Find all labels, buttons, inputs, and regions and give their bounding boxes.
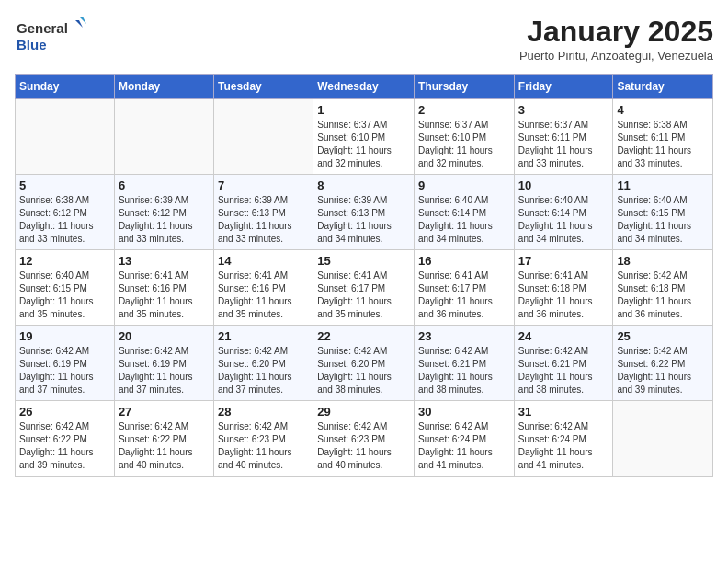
day-number: 29 — [317, 405, 410, 419]
calendar-cell: 7Sunrise: 6:39 AM Sunset: 6:13 PM Daylig… — [213, 175, 313, 250]
header-friday: Friday — [514, 75, 613, 99]
calendar-cell: 13Sunrise: 6:41 AM Sunset: 6:16 PM Dayli… — [114, 250, 213, 326]
calendar-cell — [613, 401, 713, 477]
day-number: 18 — [617, 254, 709, 268]
week-row-2: 5Sunrise: 6:38 AM Sunset: 6:12 PM Daylig… — [16, 175, 713, 250]
calendar-cell: 30Sunrise: 6:42 AM Sunset: 6:24 PM Dayli… — [415, 401, 515, 477]
calendar-cell: 15Sunrise: 6:41 AM Sunset: 6:17 PM Dayli… — [313, 250, 415, 326]
calendar-cell: 5Sunrise: 6:38 AM Sunset: 6:12 PM Daylig… — [16, 175, 115, 250]
day-number: 24 — [518, 329, 609, 343]
header-thursday: Thursday — [415, 75, 515, 99]
calendar-cell: 16Sunrise: 6:41 AM Sunset: 6:17 PM Dayli… — [415, 250, 515, 326]
day-info: Sunrise: 6:42 AM Sunset: 6:19 PM Dayligh… — [119, 345, 210, 396]
day-info: Sunrise: 6:41 AM Sunset: 6:16 PM Dayligh… — [218, 270, 309, 321]
header-sunday: Sunday — [16, 75, 115, 99]
day-number: 31 — [518, 405, 609, 419]
calendar-cell — [16, 99, 115, 175]
logo: General Blue — [15, 15, 88, 55]
day-number: 25 — [617, 329, 709, 343]
calendar-cell: 2Sunrise: 6:37 AM Sunset: 6:10 PM Daylig… — [415, 99, 515, 175]
header-tuesday: Tuesday — [213, 75, 313, 99]
day-number: 23 — [418, 329, 510, 343]
calendar-cell: 3Sunrise: 6:37 AM Sunset: 6:11 PM Daylig… — [514, 99, 613, 175]
calendar-cell: 9Sunrise: 6:40 AM Sunset: 6:14 PM Daylig… — [415, 175, 515, 250]
day-number: 27 — [119, 405, 210, 419]
svg-marker-2 — [75, 20, 83, 28]
calendar-header-row: SundayMondayTuesdayWednesdayThursdayFrid… — [16, 75, 713, 99]
day-info: Sunrise: 6:37 AM Sunset: 6:10 PM Dayligh… — [418, 119, 510, 170]
day-number: 15 — [317, 254, 410, 268]
header-saturday: Saturday — [613, 75, 713, 99]
day-info: Sunrise: 6:42 AM Sunset: 6:21 PM Dayligh… — [418, 345, 510, 396]
day-info: Sunrise: 6:42 AM Sunset: 6:18 PM Dayligh… — [617, 270, 709, 321]
day-info: Sunrise: 6:39 AM Sunset: 6:13 PM Dayligh… — [218, 194, 309, 246]
week-row-1: 1Sunrise: 6:37 AM Sunset: 6:10 PM Daylig… — [16, 99, 713, 175]
calendar-cell: 23Sunrise: 6:42 AM Sunset: 6:21 PM Dayli… — [415, 326, 515, 401]
calendar-cell: 1Sunrise: 6:37 AM Sunset: 6:10 PM Daylig… — [313, 99, 415, 175]
day-info: Sunrise: 6:42 AM Sunset: 6:20 PM Dayligh… — [317, 345, 410, 396]
day-number: 6 — [119, 178, 210, 192]
day-number: 13 — [119, 254, 210, 268]
calendar-cell: 12Sunrise: 6:40 AM Sunset: 6:15 PM Dayli… — [16, 250, 115, 326]
day-info: Sunrise: 6:42 AM Sunset: 6:22 PM Dayligh… — [119, 420, 210, 472]
day-info: Sunrise: 6:39 AM Sunset: 6:13 PM Dayligh… — [317, 194, 410, 246]
day-number: 26 — [19, 405, 110, 419]
day-number: 17 — [518, 254, 609, 268]
day-info: Sunrise: 6:41 AM Sunset: 6:18 PM Dayligh… — [518, 270, 609, 321]
day-info: Sunrise: 6:38 AM Sunset: 6:11 PM Dayligh… — [617, 119, 709, 170]
calendar-cell: 19Sunrise: 6:42 AM Sunset: 6:19 PM Dayli… — [16, 326, 115, 401]
day-info: Sunrise: 6:42 AM Sunset: 6:21 PM Dayligh… — [518, 345, 609, 396]
day-info: Sunrise: 6:37 AM Sunset: 6:10 PM Dayligh… — [317, 119, 410, 170]
svg-text:General: General — [17, 20, 68, 36]
title-area: January 2025 Puerto Piritu, Anzoategui, … — [519, 15, 713, 63]
calendar-cell: 6Sunrise: 6:39 AM Sunset: 6:12 PM Daylig… — [114, 175, 213, 250]
week-row-3: 12Sunrise: 6:40 AM Sunset: 6:15 PM Dayli… — [16, 250, 713, 326]
day-info: Sunrise: 6:42 AM Sunset: 6:22 PM Dayligh… — [19, 420, 110, 472]
day-info: Sunrise: 6:40 AM Sunset: 6:14 PM Dayligh… — [418, 194, 510, 246]
day-number: 16 — [418, 254, 510, 268]
day-info: Sunrise: 6:38 AM Sunset: 6:12 PM Dayligh… — [19, 194, 110, 246]
day-info: Sunrise: 6:37 AM Sunset: 6:11 PM Dayligh… — [518, 119, 609, 170]
day-number: 7 — [218, 178, 309, 192]
day-info: Sunrise: 6:42 AM Sunset: 6:20 PM Dayligh… — [218, 345, 309, 396]
day-number: 21 — [218, 329, 309, 343]
month-title: January 2025 — [519, 15, 713, 49]
day-number: 10 — [518, 178, 609, 192]
svg-text:Blue: Blue — [17, 37, 47, 52]
calendar-cell: 8Sunrise: 6:39 AM Sunset: 6:13 PM Daylig… — [313, 175, 415, 250]
day-info: Sunrise: 6:42 AM Sunset: 6:23 PM Dayligh… — [218, 420, 309, 472]
day-info: Sunrise: 6:41 AM Sunset: 6:17 PM Dayligh… — [418, 270, 510, 321]
day-number: 3 — [518, 103, 609, 117]
day-info: Sunrise: 6:41 AM Sunset: 6:17 PM Dayligh… — [317, 270, 410, 321]
day-number: 9 — [418, 178, 510, 192]
calendar-cell: 20Sunrise: 6:42 AM Sunset: 6:19 PM Dayli… — [114, 326, 213, 401]
calendar-cell: 28Sunrise: 6:42 AM Sunset: 6:23 PM Dayli… — [213, 401, 313, 477]
day-number: 30 — [418, 405, 510, 419]
day-number: 20 — [119, 329, 210, 343]
calendar-cell: 10Sunrise: 6:40 AM Sunset: 6:14 PM Dayli… — [514, 175, 613, 250]
day-number: 19 — [19, 329, 110, 343]
location-subtitle: Puerto Piritu, Anzoategui, Venezuela — [519, 49, 713, 63]
day-info: Sunrise: 6:42 AM Sunset: 6:19 PM Dayligh… — [19, 345, 110, 396]
calendar-cell: 14Sunrise: 6:41 AM Sunset: 6:16 PM Dayli… — [213, 250, 313, 326]
day-info: Sunrise: 6:40 AM Sunset: 6:15 PM Dayligh… — [19, 270, 110, 321]
week-row-4: 19Sunrise: 6:42 AM Sunset: 6:19 PM Dayli… — [16, 326, 713, 401]
day-info: Sunrise: 6:40 AM Sunset: 6:14 PM Dayligh… — [518, 194, 609, 246]
calendar-cell: 11Sunrise: 6:40 AM Sunset: 6:15 PM Dayli… — [613, 175, 713, 250]
day-info: Sunrise: 6:41 AM Sunset: 6:16 PM Dayligh… — [119, 270, 210, 321]
day-number: 11 — [617, 178, 709, 192]
calendar-cell: 4Sunrise: 6:38 AM Sunset: 6:11 PM Daylig… — [613, 99, 713, 175]
day-info: Sunrise: 6:42 AM Sunset: 6:23 PM Dayligh… — [317, 420, 410, 472]
day-number: 22 — [317, 329, 410, 343]
calendar-cell: 22Sunrise: 6:42 AM Sunset: 6:20 PM Dayli… — [313, 326, 415, 401]
calendar-cell: 27Sunrise: 6:42 AM Sunset: 6:22 PM Dayli… — [114, 401, 213, 477]
day-info: Sunrise: 6:42 AM Sunset: 6:24 PM Dayligh… — [418, 420, 510, 472]
day-number: 1 — [317, 103, 410, 117]
header-wednesday: Wednesday — [313, 75, 415, 99]
logo-svg: General Blue — [15, 15, 88, 55]
calendar-cell: 18Sunrise: 6:42 AM Sunset: 6:18 PM Dayli… — [613, 250, 713, 326]
day-info: Sunrise: 6:40 AM Sunset: 6:15 PM Dayligh… — [617, 194, 709, 246]
day-number: 2 — [418, 103, 510, 117]
calendar-cell — [213, 99, 313, 175]
calendar-cell: 25Sunrise: 6:42 AM Sunset: 6:22 PM Dayli… — [613, 326, 713, 401]
